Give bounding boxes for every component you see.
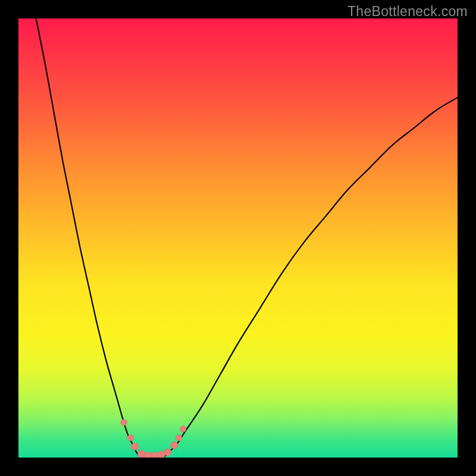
marker-group [121, 419, 186, 458]
data-marker [176, 435, 182, 441]
curve-right-branch [164, 98, 458, 458]
curve-layer [18, 18, 458, 458]
data-marker [121, 419, 127, 426]
data-marker [171, 441, 178, 449]
data-marker [127, 435, 134, 441]
curve-left-branch [36, 18, 142, 458]
watermark-text: TheBottleneck.com [347, 4, 468, 20]
data-marker [164, 449, 171, 456]
data-marker [157, 451, 165, 458]
chart-stage: TheBottleneck.com [0, 0, 476, 476]
data-marker [180, 426, 186, 433]
data-marker [131, 443, 138, 450]
plot-area [18, 18, 458, 458]
